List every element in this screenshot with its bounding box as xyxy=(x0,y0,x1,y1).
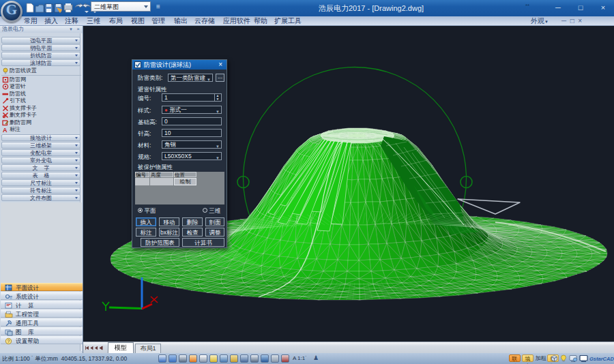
svg-text:A: A xyxy=(3,127,8,134)
svg-text:?: ? xyxy=(8,339,10,344)
